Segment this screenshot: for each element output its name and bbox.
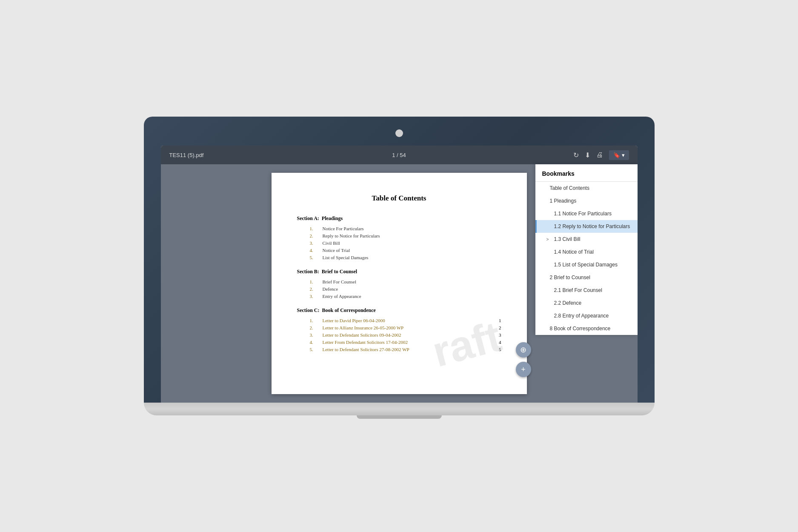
pdf-toolbar-actions: ↻ ⬇ 🖨 🔖 ▾ (476, 150, 629, 160)
bookmark-item-notice-trial[interactable]: 1.4 Notice of Trial (535, 246, 638, 258)
bookmark-item-brief-counsel[interactable]: 2 Brief to Counsel (535, 271, 638, 284)
laptop-camera (395, 129, 403, 137)
bookmarks-header: Bookmarks (535, 164, 638, 182)
laptop-screen: TES11 (5).pdf 1 / 54 ↻ ⬇ 🖨 🔖 ▾ (161, 146, 638, 403)
download-icon[interactable]: ⬇ (585, 151, 590, 159)
section-a-header: Section A: Pleadings (297, 215, 501, 222)
bookmark-item-pleadings[interactable]: 1 Pleadings (535, 194, 638, 207)
list-item: 1. Notice For Particulars (310, 226, 501, 231)
section-c-list: 1. Letter to David Piper 06-04-2000 1 2.… (297, 318, 501, 352)
list-item: 3. Letter to Defendant Solicitors 09-04-… (310, 332, 501, 338)
bookmark-button[interactable]: 🔖 ▾ (609, 150, 629, 160)
section-a-label: Section A: (297, 215, 319, 221)
bookmark-item-book-correspondence[interactable]: 8 Book of Correspondence (535, 322, 638, 335)
list-item: 3. Entry of Appearance (310, 294, 501, 299)
plus-button[interactable]: + (516, 362, 531, 377)
bookmarks-panel: Bookmarks Table of Contents 1 Pleadings (535, 164, 638, 335)
bookmark-item-special-damages[interactable]: 1.5 List of Special Damages (535, 258, 638, 271)
bookmark-item-brief-for-counsel[interactable]: 2.1 Brief For Counsel (535, 284, 638, 297)
pdf-toolbar: TES11 (5).pdf 1 / 54 ↻ ⬇ 🖨 🔖 ▾ (161, 146, 638, 164)
list-item: 4. Letter From Defendant Solicitors 17-0… (310, 340, 501, 345)
section-a-list: 1. Notice For Particulars 2. Reply to No… (297, 226, 501, 260)
section-c-header: Section C: Book of Correspondence (297, 307, 501, 314)
section-b-list: 1. Brief For Counsel 2. Defence 3. Entry… (297, 279, 501, 299)
laptop-container: TES11 (5).pdf 1 / 54 ↻ ⬇ 🖨 🔖 ▾ (144, 117, 655, 415)
print-icon[interactable]: 🖨 (596, 151, 603, 159)
section-a-title: Pleadings (322, 215, 343, 221)
list-item: 4. Notice of Trial (310, 248, 501, 253)
bookmark-item-civil-bill[interactable]: > 1.3 Civil Bill (535, 233, 638, 246)
section-c-label: Section C: (297, 307, 320, 313)
list-item: 2. Reply to Notice for Particulars (310, 233, 501, 238)
list-item: 3. Civil Bill (310, 240, 501, 246)
float-buttons: ⊕ + (516, 342, 531, 377)
list-item: 2. Defence (310, 286, 501, 292)
laptop-bottom (144, 403, 655, 415)
list-item: 1. Brief For Counsel (310, 279, 501, 284)
section-b-header: Section B: Brief to Counsel (297, 269, 501, 275)
bookmark-arrow: ▾ (622, 152, 625, 158)
bookmarks-list[interactable]: Table of Contents 1 Pleadings 1.1 Notice… (535, 182, 638, 335)
section-b-title: Brief to Counsel (322, 269, 357, 275)
bookmark-item-reply-notice[interactable]: 1.2 Reply to Notice for Particulars (535, 220, 638, 233)
list-item: 1. Letter to David Piper 06-04-2000 1 (310, 318, 501, 323)
bookmark-item-notice-particulars[interactable]: 1.1 Notice For Particulars (535, 207, 638, 220)
pdf-viewer: TES11 (5).pdf 1 / 54 ↻ ⬇ 🖨 🔖 ▾ (161, 146, 638, 403)
section-b-label: Section B: (297, 269, 319, 275)
refresh-icon[interactable]: ↻ (573, 151, 579, 159)
expand-button[interactable]: ⊕ (516, 342, 531, 358)
pdf-page-info: 1 / 54 (323, 152, 476, 158)
pdf-main: Table of Contents Section A: Pleadings 1… (161, 164, 638, 403)
list-item: 2. Letter to Allianz Insurance 26-05-200… (310, 325, 501, 330)
bookmark-item-entry-appearance[interactable]: 2.8 Entry of Appearance (535, 309, 638, 322)
pdf-filename: TES11 (5).pdf (169, 152, 323, 158)
laptop-top: TES11 (5).pdf 1 / 54 ↻ ⬇ 🖨 🔖 ▾ (144, 117, 655, 403)
page-title: Table of Contents (297, 194, 501, 203)
bookmark-item-toc[interactable]: Table of Contents (535, 182, 638, 194)
bookmark-icon: 🔖 (613, 152, 620, 158)
pdf-page: Table of Contents Section A: Pleadings 1… (272, 173, 527, 394)
bookmark-item-defence[interactable]: 2.2 Defence (535, 297, 638, 309)
list-item: 5. List of Special Damages (310, 255, 501, 260)
list-item: 5. Letter to Defendant Solicitors 27-08-… (310, 347, 501, 352)
section-c-title: Book of Correspondence (322, 307, 376, 313)
